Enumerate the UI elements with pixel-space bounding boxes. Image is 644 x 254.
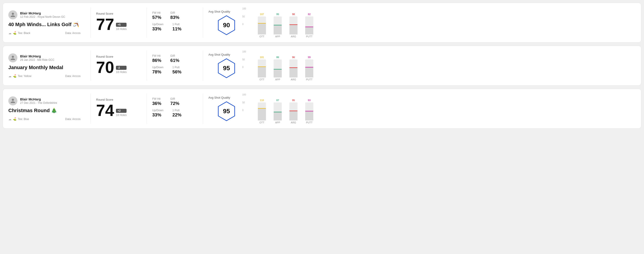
user-row: Blair McHarg12 Feb 2022 · Royal North De… (8, 10, 80, 19)
chart-column-ott: 101 (256, 56, 268, 77)
stat-value: 86% (152, 58, 161, 63)
tee-row: ☁ ⛳Tee: BlackData: Arccos (8, 31, 80, 35)
stat-value: 33% (152, 26, 163, 31)
bag-icon: ⛳ (13, 31, 16, 35)
weather-icon: ☁ (8, 74, 12, 78)
chart-column-app: 87 (272, 99, 283, 121)
score-row: 74+218 Holes (96, 102, 141, 119)
round-card: Blair McHarg12 Feb 2022 · Royal North De… (3, 3, 641, 43)
stat-item-one-putt: 1 Putt11% (172, 23, 181, 31)
chart-section: 100500110879593OTTAPPARGPUTT (244, 94, 636, 124)
stat-value: 61% (170, 58, 179, 63)
stat-name: GIR (170, 54, 179, 57)
bar-wrapper (305, 103, 313, 121)
stat-row-2: Up/Down33%1 Putt22% (152, 109, 197, 118)
user-icon (10, 55, 16, 61)
stat-value: 22% (172, 112, 181, 118)
stat-item-fw-hit: FW Hit86% (152, 54, 161, 63)
user-meta: 27 Dec 2021 · The Oxfordshire (20, 101, 57, 105)
stats-section: FW Hit36%GIR72%Up/Down33%1 Putt22% (152, 97, 197, 120)
stat-item-gir: GIR72% (170, 97, 179, 106)
tee-row: ☁ ⛳Tee: BlueData: Arccos (8, 117, 80, 121)
stat-name: 1 Putt (172, 23, 181, 26)
chart-top-value: 101 (260, 56, 264, 59)
stat-item-updown: Up/Down33% (152, 109, 163, 118)
stat-item-gir: GIR83% (170, 11, 179, 20)
chart-column-arg: 96 (288, 56, 299, 77)
bar-chart-container: 100500107959882OTTAPPARGPUTT (249, 7, 636, 38)
stat-row-1: FW Hit57%GIR83% (152, 11, 197, 20)
x-labels-row: OTTAPPARGPUTT (256, 121, 636, 124)
quality-section: Avg Shot Quality95 (208, 53, 244, 78)
chart-x-label: APP (272, 78, 283, 81)
bar-wrapper (258, 16, 266, 34)
chart-x-label: APP (272, 121, 283, 124)
stat-name: Up/Down (152, 23, 163, 26)
holes-label: 18 Holes (116, 70, 126, 74)
left-section: Blair McHarg12 Feb 2022 · Royal North De… (8, 10, 85, 35)
tee-text: Tee: Yellow (18, 75, 31, 78)
bar-fill (274, 70, 282, 77)
stat-name: FW Hit (152, 97, 161, 101)
quality-label: Avg Shot Quality (208, 53, 230, 56)
chart-top-value: 98 (292, 13, 295, 15)
hexagon-container: 90 (216, 15, 236, 35)
stats-section: FW Hit86%GIR61%Up/Down78%1 Putt56% (152, 54, 197, 77)
stat-value: 72% (170, 101, 179, 106)
chart-top-value: 107 (260, 13, 264, 15)
score-number: 74 (96, 102, 114, 119)
quality-section: Avg Shot Quality95 (208, 96, 244, 121)
stat-value: 83% (170, 15, 179, 20)
divider-2 (146, 50, 147, 81)
left-section: Blair McHarg27 Dec 2021 · The Oxfordshir… (8, 96, 85, 121)
bar-line (290, 111, 298, 111)
chart-x-label: OTT (256, 35, 268, 38)
round-title: 40 Mph Winds... Links Golf 🪃 (8, 22, 80, 27)
bar-wrapper (274, 16, 282, 34)
quality-label: Avg Shot Quality (208, 10, 230, 13)
bar-wrapper (305, 59, 313, 77)
divider-2 (146, 7, 147, 38)
user-name: Blair McHarg (20, 97, 57, 101)
chart-top-value: 95 (292, 99, 295, 102)
user-meta: 29 Jan 2022 · Mill Ride GCC (20, 58, 54, 61)
data-source: Data: Arccos (65, 118, 80, 121)
chart-x-label: PUTT (304, 121, 315, 124)
chart-column-putt: 82 (304, 13, 315, 34)
tee-row: ☁ ⛳Tee: YellowData: Arccos (8, 74, 80, 78)
score-badge-col: +518 Holes (116, 23, 126, 32)
bar-fill (305, 112, 313, 121)
bar-line (305, 26, 313, 27)
bar-line (305, 67, 313, 68)
round-title: Christmas Round 🎄 (8, 108, 80, 114)
stat-item-fw-hit: FW Hit57% (152, 11, 161, 20)
hexagon-container: 95 (216, 58, 236, 78)
bar-fill (305, 68, 313, 77)
chart-section: 100500107959882OTTAPPARGPUTT (244, 7, 636, 38)
bar-line (258, 66, 266, 67)
bar-fill (305, 27, 313, 34)
bar-fill (258, 24, 266, 34)
avatar (8, 10, 17, 19)
bar-fill (290, 68, 298, 77)
round-title: January Monthly Medal (8, 65, 80, 70)
user-name: Blair McHarg (20, 11, 65, 15)
stat-item-gir: GIR61% (170, 54, 179, 63)
bar-wrapper (305, 16, 313, 34)
divider-3 (203, 94, 203, 124)
bag-icon: ⛳ (13, 74, 16, 78)
score-section: Round Score70-218 Holes (96, 55, 141, 76)
chart-top-value: 99 (308, 56, 310, 59)
stat-item-one-putt: 1 Putt22% (172, 109, 181, 118)
holes-label: 18 Holes (116, 114, 126, 117)
chart-x-label: ARG (288, 35, 299, 38)
stat-row-2: Up/Down78%1 Putt56% (152, 66, 197, 75)
stat-row-1: FW Hit86%GIR61% (152, 54, 197, 63)
bar-chart-container: 100500110879593OTTAPPARGPUTT (249, 94, 636, 124)
bar-fill (258, 67, 266, 77)
score-row: 77+518 Holes (96, 16, 141, 32)
chart-x-label: APP (272, 35, 283, 38)
chart-section: 100500101869699OTTAPPARGPUTT (244, 50, 636, 81)
stat-name: FW Hit (152, 11, 161, 14)
chart-column-ott: 107 (256, 13, 268, 34)
